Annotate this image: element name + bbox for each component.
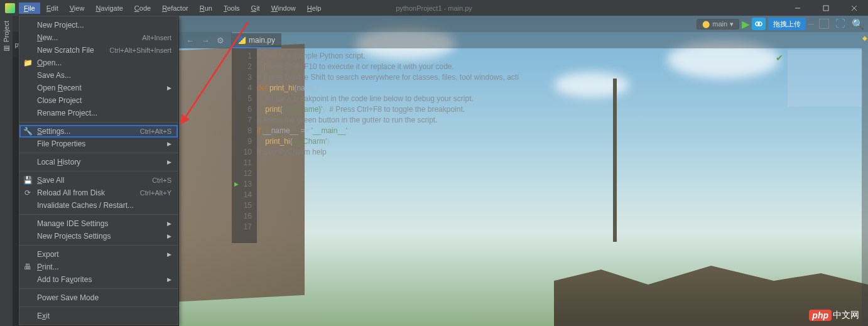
watermark-text: 中文网 xyxy=(833,310,859,321)
menu-item-rename-project[interactable]: Rename Project... xyxy=(19,107,178,119)
line-number: 9 xyxy=(232,136,252,147)
reload-icon: ⟳ xyxy=(23,188,32,197)
menu-item-label: Invalidate Caches / Restart... xyxy=(37,201,171,210)
back-icon[interactable]: ← xyxy=(186,36,194,45)
menu-item-label: Power Save Mode xyxy=(37,293,171,302)
minimize-button[interactable] xyxy=(783,0,811,16)
menu-item-label: Save All xyxy=(37,176,152,185)
settings-gear-icon[interactable]: ⚙ xyxy=(217,36,224,45)
line-number: 12 xyxy=(232,168,252,179)
watermark: php 中文网 xyxy=(809,310,859,321)
upload-button[interactable]: 拖拽上传 xyxy=(768,18,806,30)
menu-item-add-to-favorites[interactable]: Add to Favorites▶ xyxy=(19,273,178,286)
menu-item-label: New Scratch File xyxy=(37,46,109,55)
line-number: 11 xyxy=(232,158,252,168)
menu-item-invalidate-caches-restart[interactable]: Invalidate Caches / Restart... xyxy=(19,199,178,212)
menu-item-label: Export xyxy=(37,250,167,259)
code-line: if __name__ == '__main__': xyxy=(257,126,786,136)
menu-item-save-all[interactable]: 💾Save AllCtrl+S xyxy=(19,174,178,187)
menu-item-settings[interactable]: 🔧Settings...Ctrl+Alt+S xyxy=(19,125,178,138)
menu-edit[interactable]: Edit xyxy=(41,3,63,14)
shortcut-label: Ctrl+Alt+S xyxy=(140,128,171,135)
menu-item-label: Print... xyxy=(37,263,171,271)
inspect-icon[interactable]: ⛶ xyxy=(835,18,845,30)
editor-left-toolbar: ← → ⚙ xyxy=(179,32,232,48)
menu-help[interactable]: Help xyxy=(302,3,327,14)
line-number: 1 xyxy=(232,51,252,62)
menu-item-label: New Projects Settings xyxy=(37,232,167,241)
menu-window[interactable]: Window xyxy=(266,3,301,14)
line-number: 8 xyxy=(232,126,252,136)
chevron-right-icon: ▶ xyxy=(167,233,171,239)
menu-item-export[interactable]: Export▶ xyxy=(19,248,178,261)
forward-icon[interactable]: → xyxy=(202,36,210,45)
line-number: 14 xyxy=(232,190,252,200)
line-number: 3 xyxy=(232,72,252,83)
menu-item-open[interactable]: 📁Open... xyxy=(19,57,178,69)
stop-button[interactable] xyxy=(819,19,829,29)
print-icon: 🖶 xyxy=(23,263,32,271)
line-number: 17 xyxy=(232,222,252,232)
menu-item-open-recent[interactable]: Open Recent▶ xyxy=(19,82,178,94)
menu-refactor[interactable]: Refactor xyxy=(157,3,193,14)
menu-run[interactable]: Run xyxy=(195,3,217,14)
menu-separator xyxy=(19,214,178,215)
run-config-selector[interactable]: ⬤ main ▾ xyxy=(697,19,739,30)
project-tool-tab[interactable]: ▤ Project xyxy=(0,16,12,58)
menu-item-new-project[interactable]: New Project... xyxy=(19,19,178,31)
code-line: # Press Double Shift to search everywher… xyxy=(257,72,786,83)
menu-item-manage-ide-settings[interactable]: Manage IDE Settings▶ xyxy=(19,217,178,230)
folder-icon: 📁 xyxy=(23,58,32,67)
line-gutter: 12345678910111213▶14151617 xyxy=(232,48,257,243)
menu-item-new-scratch-file[interactable]: New Scratch FileCtrl+Alt+Shift+Insert xyxy=(19,44,178,57)
line-number: 7 xyxy=(232,115,252,126)
menu-item-reload-all-from-disk[interactable]: ⟳Reload All from DiskCtrl+Alt+Y xyxy=(19,187,178,199)
file-tab-main[interactable]: main.py xyxy=(232,33,281,48)
menu-item-label: Reload All from Disk xyxy=(37,188,140,197)
code-line: # See PyCharm help xyxy=(257,147,786,158)
menu-code[interactable]: Code xyxy=(129,3,156,14)
line-number: 15 xyxy=(232,200,252,211)
menu-navigate[interactable]: Navigate xyxy=(90,3,127,14)
shortcut-label: Alt+Insert xyxy=(142,34,171,41)
menu-item-label: Open Recent xyxy=(37,84,167,92)
menubar: FileEditViewNavigateCodeRefactorRunTools… xyxy=(19,3,326,14)
save-icon: 💾 xyxy=(23,176,32,185)
menu-item-label: Add to Favorites xyxy=(37,275,167,284)
menu-separator xyxy=(19,171,178,171)
inspection-ok-icon[interactable]: ✔ xyxy=(776,53,783,63)
line-number: 13▶ xyxy=(232,179,252,190)
line-number: 5 xyxy=(232,94,252,104)
menu-separator xyxy=(19,307,178,307)
run-button[interactable]: ▶ xyxy=(742,18,749,30)
menu-item-power-save-mode[interactable]: Power Save Mode xyxy=(19,291,178,304)
menu-tools[interactable]: Tools xyxy=(219,3,245,14)
menu-git[interactable]: Git xyxy=(246,3,265,14)
dropdown-arrow-icon: ▾ xyxy=(730,20,734,28)
shortcut-label: Ctrl+Alt+Shift+Insert xyxy=(109,46,171,54)
titlebar: FileEditViewNavigateCodeRefactorRunTools… xyxy=(0,0,868,16)
menu-item-exit[interactable]: Exit xyxy=(19,310,178,322)
run-config-name: main xyxy=(712,20,727,28)
menu-view[interactable]: View xyxy=(65,3,90,14)
menu-file[interactable]: File xyxy=(19,3,40,14)
dash-icon: – xyxy=(808,18,814,30)
bulb-icon[interactable]: ◆ xyxy=(862,32,868,41)
menu-item-label: New... xyxy=(37,33,142,42)
code-editor[interactable]: # This is a sample Python script.# Press… xyxy=(257,48,786,243)
code-minimap[interactable] xyxy=(788,50,863,107)
menu-item-print[interactable]: 🖶Print... xyxy=(19,261,178,273)
maximize-button[interactable] xyxy=(811,0,840,16)
svg-rect-1 xyxy=(823,6,828,11)
menu-item-new[interactable]: New...Alt+Insert xyxy=(19,31,178,44)
close-button[interactable] xyxy=(840,0,868,16)
menu-item-new-projects-settings[interactable]: New Projects Settings▶ xyxy=(19,230,178,242)
link-button[interactable] xyxy=(752,18,766,30)
menu-item-save-as[interactable]: Save As... xyxy=(19,69,178,82)
menu-item-local-history[interactable]: Local History▶ xyxy=(19,156,178,168)
menu-item-close-project[interactable]: Close Project xyxy=(19,94,178,107)
search-icon[interactable]: 🔍 xyxy=(852,18,864,30)
line-number: 16 xyxy=(232,211,252,222)
run-gutter-icon[interactable]: ▶ xyxy=(234,179,239,190)
menu-item-file-properties[interactable]: File Properties▶ xyxy=(19,138,178,150)
